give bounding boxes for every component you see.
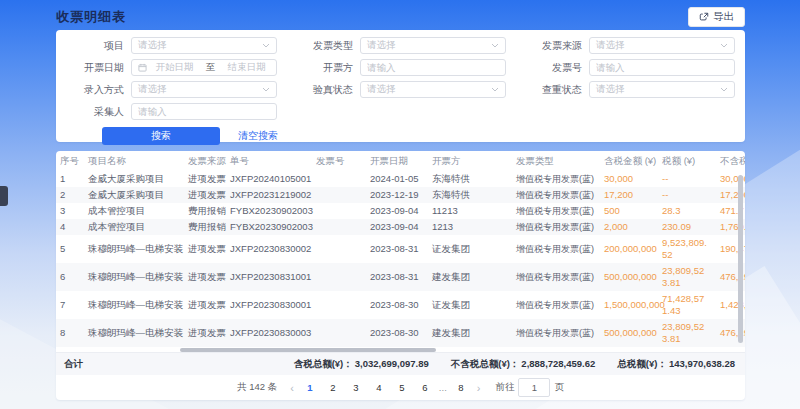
cell-invoice-no <box>312 203 366 219</box>
verify-status-select[interactable]: 请选择 <box>360 81 506 98</box>
cell-no: 7 <box>56 291 84 319</box>
search-button[interactable]: 搜索 <box>102 127 220 145</box>
invoice-date-range[interactable]: 开始日期 至 结束日期 <box>131 59 277 76</box>
issuer-input[interactable] <box>360 59 506 76</box>
cell-project: 金威大厦采购项目 <box>84 171 184 187</box>
filter-label: 验真状态 <box>291 83 360 97</box>
invoice-no-input[interactable] <box>589 59 735 76</box>
column-header: 开票日期 <box>366 151 428 171</box>
placeholder-text: 请选择 <box>138 39 258 52</box>
cell-invoice-no <box>312 291 366 319</box>
goto-prefix: 前往 <box>495 381 514 394</box>
cell-invoice-type: 增值税专用发票(蓝) <box>512 219 600 235</box>
cell-invoice-type: 增值税专用发票(蓝) <box>512 319 600 347</box>
export-label: 导出 <box>713 10 734 24</box>
export-button[interactable]: 导出 <box>688 7 745 27</box>
cell-source: 进项发票 <box>184 187 226 203</box>
filter-label: 采集人 <box>62 105 131 119</box>
cell-source: 进项发票 <box>184 291 226 319</box>
page-number[interactable]: 2 <box>324 382 342 393</box>
project-select[interactable]: 请选择 <box>131 37 277 54</box>
invoice-table-body: 1金威大厦采购项目进项发票JXFP202401050012024-01-05东海… <box>56 171 745 347</box>
cell-tax: 230.09 <box>658 219 716 235</box>
table-row[interactable]: 4成本管控项目费用报销FYBX202309020032023-09-041213… <box>56 219 745 235</box>
goto-page-input[interactable] <box>518 378 550 397</box>
page-number[interactable]: 5 <box>393 382 411 393</box>
page-ellipsis: ... <box>439 382 447 393</box>
table-row[interactable]: 3成本管控项目费用报销FYBX202309020032023-09-041121… <box>56 203 745 219</box>
cell-date: 2023-09-04 <box>366 219 428 235</box>
table-row[interactable]: 1金威大厦采购项目进项发票JXFP202401050012024-01-05东海… <box>56 171 745 187</box>
column-header: 发票来源 <box>184 151 226 171</box>
chevron-down-icon <box>720 87 728 92</box>
sidebar-collapse-handle[interactable] <box>0 186 8 206</box>
cell-source: 费用报销 <box>184 203 226 219</box>
column-header: 发票类型 <box>512 151 600 171</box>
date-start-placeholder: 开始日期 <box>151 61 198 74</box>
prev-page-arrow[interactable]: ‹ <box>288 382 296 394</box>
calendar-icon <box>138 63 147 72</box>
cell-invoice-no <box>312 171 366 187</box>
table-row[interactable]: 5珠穆朗玛峰—电梯安装进项发票JXFP202308300022023-08-31… <box>56 235 745 263</box>
entry-method-select[interactable]: 请选择 <box>131 81 277 98</box>
cell-source: 费用报销 <box>184 219 226 235</box>
page-number[interactable]: 6 <box>416 382 434 393</box>
clear-search-link[interactable]: 清空搜索 <box>238 129 278 143</box>
cell-issuer: 东海特供 <box>428 187 512 203</box>
column-header: 序号 <box>56 151 84 171</box>
cell-no: 6 <box>56 263 84 291</box>
filter-label: 开票方 <box>291 61 360 75</box>
titlebar: 收票明细表 导出 <box>56 6 745 28</box>
cell-order-no: FYBX20230902003 <box>226 203 312 219</box>
cell-no: 2 <box>56 187 84 203</box>
page: 收票明细表 导出 项目 请选择 发票类型 请选择 <box>0 0 800 409</box>
cell-no: 5 <box>56 235 84 263</box>
table-row[interactable]: 2金威大厦采购项目进项发票JXFP202312190022023-12-19东海… <box>56 187 745 203</box>
duplicate-status-select[interactable]: 请选择 <box>589 81 735 98</box>
cell-amount: 200,000,000 <box>600 235 658 263</box>
chevron-down-icon <box>491 43 499 48</box>
cell-issuer: 建发集团 <box>428 319 512 347</box>
next-page-arrow[interactable]: › <box>475 382 483 394</box>
column-header: 开票方 <box>428 151 512 171</box>
page-number[interactable]: 3 <box>347 382 365 393</box>
cell-tax: -- <box>658 187 716 203</box>
vertical-scrollbar[interactable] <box>738 175 743 343</box>
cell-amount: 17,200 <box>600 187 658 203</box>
filter-field-issuer: 开票方 <box>291 59 506 76</box>
page-number[interactable]: 8 <box>452 382 470 393</box>
chevron-down-icon <box>262 43 270 48</box>
filter-label: 录入方式 <box>62 83 131 97</box>
cell-amount: 500 <box>600 203 658 219</box>
placeholder-text: 请选择 <box>138 83 258 96</box>
cell-invoice-no <box>312 319 366 347</box>
column-header: 税额 (¥) <box>658 151 716 171</box>
cell-source: 进项发票 <box>184 263 226 291</box>
cell-invoice-type: 增值税专用发票(蓝) <box>512 263 600 291</box>
column-header: 发票号 <box>312 151 366 171</box>
summary-total-label: 总税额(¥)： <box>617 358 667 369</box>
table-row[interactable]: 8珠穆朗玛峰—电梯安装进项发票JXFP202308300032023-08-30… <box>56 319 745 347</box>
table-row[interactable]: 6珠穆朗玛峰—电梯安装进项发票JXFP202308310012023-08-31… <box>56 263 745 291</box>
page-number[interactable]: 4 <box>370 382 388 393</box>
collector-input[interactable] <box>131 103 277 120</box>
invoice-type-select[interactable]: 请选择 <box>360 37 506 54</box>
cell-issuer: 11213 <box>428 203 512 219</box>
horizontal-scrollbar[interactable] <box>180 348 436 352</box>
summary-total-value: 2,888,728,459.62 <box>521 358 595 369</box>
placeholder-text: 请选择 <box>596 83 716 96</box>
page-number[interactable]: 1 <box>301 382 319 393</box>
export-icon <box>699 12 709 22</box>
filter-label: 发票来源 <box>520 39 589 53</box>
cell-amount: 30,000 <box>600 171 658 187</box>
cell-order-no: JXFP20230830003 <box>226 319 312 347</box>
table-row[interactable]: 7珠穆朗玛峰—电梯安装进项发票JXFP202308300012023-08-30… <box>56 291 745 319</box>
cell-tax: -- <box>658 171 716 187</box>
invoice-source-select[interactable]: 请选择 <box>589 37 735 54</box>
cell-issuer: 1213 <box>428 219 512 235</box>
cell-project: 珠穆朗玛峰—电梯安装 <box>84 291 184 319</box>
pagination-goto: 前往 页 <box>495 378 564 397</box>
page-numbers: 123456...8 <box>301 382 470 393</box>
cell-order-no: JXFP20230830002 <box>226 235 312 263</box>
column-header: 含税金额 (¥) <box>600 151 658 171</box>
